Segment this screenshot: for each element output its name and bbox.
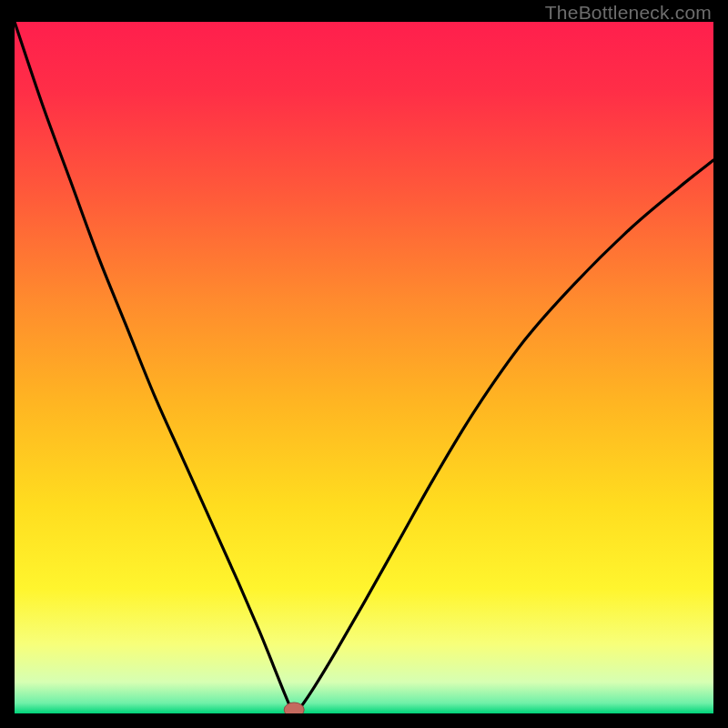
chart-frame xyxy=(15,22,713,713)
watermark-text: TheBottleneck.com xyxy=(545,2,712,24)
minimum-marker xyxy=(284,703,304,713)
gradient-background xyxy=(15,22,713,713)
bottleneck-chart xyxy=(15,22,713,713)
